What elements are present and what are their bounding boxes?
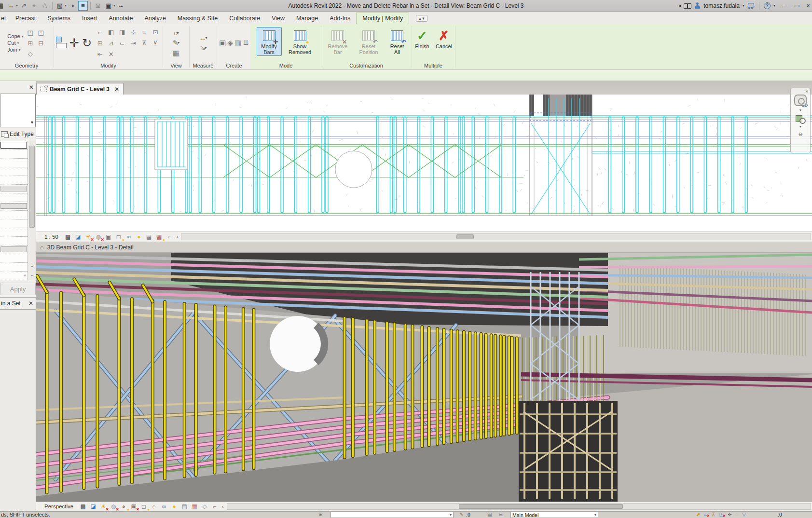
- visual-style-icon[interactable]: ◪: [89, 503, 97, 510]
- finish-button[interactable]: ✓ Finish: [413, 27, 431, 50]
- edit-type-button[interactable]: Edit Type: [1, 129, 34, 139]
- properties-scrollbar[interactable]: ⌃ ⌄: [28, 141, 36, 280]
- locked-3d-icon[interactable]: ◇: [200, 503, 209, 510]
- minimize-button[interactable]: –: [778, 1, 789, 10]
- close-button[interactable]: ×: [805, 1, 811, 10]
- measure-between-icon-dropdown[interactable]: ▾: [205, 46, 206, 50]
- ribbon-tab-insert[interactable]: Insert: [76, 13, 103, 24]
- ribbon-tab-collaborate[interactable]: Collaborate: [223, 13, 266, 24]
- property-row[interactable]: [0, 254, 28, 263]
- visual-style-icon[interactable]: ◪: [74, 233, 83, 241]
- property-row[interactable]: [0, 263, 28, 272]
- property-row[interactable]: [0, 150, 28, 159]
- reveal-constraints-icon[interactable]: ⌐: [165, 233, 174, 241]
- username[interactable]: tomasz.fudala: [703, 2, 740, 9]
- wall-joins-icon[interactable]: ⊞: [26, 38, 35, 48]
- zoom-dropdown-icon[interactable]: ▾: [799, 124, 801, 129]
- cancel-button[interactable]: ✗ Cancel: [434, 27, 454, 50]
- worksets-icon[interactable]: ⊞: [318, 512, 322, 517]
- perspective-button[interactable]: Perspective: [41, 503, 77, 510]
- property-row[interactable]: [0, 159, 28, 167]
- temporary-view-properties-icon[interactable]: ▤: [180, 503, 189, 510]
- offset-icon[interactable]: ≡: [142, 28, 146, 36]
- cart-icon[interactable]: [747, 3, 755, 8]
- detail-view-canvas[interactable]: [36, 95, 812, 232]
- property-row[interactable]: [0, 193, 28, 202]
- view-tab-beam-grid-c[interactable]: Beam Grid C - Level 3 ✕: [36, 83, 124, 95]
- property-row[interactable]: [0, 219, 28, 228]
- property-row[interactable]: [0, 141, 28, 150]
- geometry-cut-button[interactable]: Cut▾: [7, 40, 23, 46]
- create-assembly-icon[interactable]: ◈: [227, 39, 233, 47]
- property-row[interactable]: [0, 185, 28, 193]
- pin-icon[interactable]: ⊼: [142, 40, 147, 47]
- type-selector[interactable]: ▼: [0, 94, 36, 127]
- active-workset-combobox[interactable]: ▾: [330, 512, 454, 518]
- show-removed-button[interactable]: ● Show Removed: [285, 27, 316, 56]
- section-icon[interactable]: ◑: [68, 1, 77, 11]
- view-tab-close-icon[interactable]: ✕: [114, 86, 119, 93]
- shadows-icon[interactable]: ◍✕: [94, 233, 103, 241]
- measure-icon[interactable]: ↗: [19, 1, 28, 11]
- aligned-dimension-icon-dropdown[interactable]: ▾: [16, 3, 18, 8]
- ribbon-tab-manage[interactable]: Manage: [290, 13, 324, 24]
- search-icon[interactable]: [684, 3, 691, 8]
- crop-view-icon[interactable]: ▣✕: [129, 503, 138, 510]
- geometry-cope-button[interactable]: Cope▾: [7, 33, 23, 39]
- ribbon-tab-el[interactable]: el: [0, 13, 10, 24]
- thin-lines-icon[interactable]: ≡: [78, 1, 88, 11]
- help-icon[interactable]: ?: [764, 2, 771, 9]
- align2-icon[interactable]: ⇥: [131, 40, 136, 47]
- detail-level-icon[interactable]: ▩: [79, 503, 87, 510]
- mirror-pick-axis-icon[interactable]: ◧: [108, 28, 114, 36]
- reset-all-button[interactable]: ↶ Reset All: [386, 27, 408, 56]
- drag-on-selection-icon[interactable]: ✛: [728, 512, 731, 517]
- properties-close-icon[interactable]: ✕: [29, 84, 34, 91]
- temporary-hide-icon[interactable]: ∞: [160, 503, 168, 510]
- detail-horizontal-scrollbar[interactable]: [181, 233, 811, 240]
- ribbon-tab-annotate[interactable]: Annotate: [103, 13, 138, 24]
- design-options-pick-icon[interactable]: ⊟: [498, 512, 502, 517]
- mirror-draw-axis-icon[interactable]: ◨: [119, 28, 125, 36]
- create-parts-icon[interactable]: ▣: [219, 39, 226, 47]
- sun-path-icon[interactable]: ☀✕: [99, 503, 108, 510]
- modify-partial-icon[interactable]: ▤: [0, 1, 5, 11]
- ribbon-tab-modify-modify[interactable]: Modify | Modify: [356, 13, 409, 24]
- hide-analytical-icon[interactable]: ▦: [190, 503, 199, 510]
- text-icon[interactable]: A: [40, 1, 50, 11]
- geometry-join-button[interactable]: Join▾: [7, 47, 23, 53]
- tag-by-category-icon[interactable]: ⌖: [29, 1, 39, 11]
- move-icon[interactable]: ✛: [69, 37, 79, 49]
- modify-bars-button[interactable]: ✛ Modify Bars: [257, 27, 282, 56]
- design-option-combobox[interactable]: Main Model▾: [510, 512, 598, 518]
- align-icon[interactable]: ⌐: [98, 28, 102, 36]
- ribbon-tab-systems[interactable]: Systems: [41, 13, 76, 24]
- ribbon-tab-analyze[interactable]: Analyze: [138, 13, 171, 24]
- property-row[interactable]: [0, 176, 28, 185]
- select-pinned-icon[interactable]: ⊼: [712, 512, 715, 517]
- crop-view-icon[interactable]: ▣: [104, 233, 113, 241]
- join-geometry-icon[interactable]: ◳: [36, 27, 46, 37]
- switch-windows-icon-dropdown[interactable]: ▾: [113, 3, 115, 8]
- 3d-horizontal-scrollbar[interactable]: [227, 503, 811, 510]
- property-row[interactable]: [0, 245, 28, 254]
- select-links-icon[interactable]: ⬈: [696, 512, 700, 517]
- user-dropdown-icon[interactable]: ▾: [743, 3, 744, 8]
- trim-extend-icon[interactable]: ⌙: [120, 40, 125, 47]
- close-inactive-windows-icon[interactable]: ⊠: [93, 1, 103, 11]
- property-row[interactable]: [0, 202, 28, 211]
- 3d-view-title-bar[interactable]: ⌂ 3D Beam Grid C - Level 3 - Detail: [36, 242, 812, 253]
- ribbon-tab-add-ins[interactable]: Add-Ins: [324, 13, 356, 24]
- ribbon-display-toggle[interactable]: ▴ ▾: [416, 15, 427, 22]
- switch-windows-icon[interactable]: ▣: [104, 1, 113, 11]
- unpin-icon[interactable]: ⊻: [153, 40, 158, 47]
- default-3d-view-icon-dropdown[interactable]: ▾: [65, 3, 67, 8]
- expand-control-bar-icon[interactable]: ‹: [177, 234, 179, 240]
- filter-icon[interactable]: ▽: [742, 512, 746, 517]
- apply-button[interactable]: Apply: [0, 283, 36, 295]
- array-icon[interactable]: ⊞: [97, 40, 103, 47]
- customize-qat-icon[interactable]: ≂: [116, 1, 126, 11]
- property-row[interactable]: [0, 237, 28, 245]
- split-icon[interactable]: ⊹: [131, 28, 136, 36]
- aligned-dimension-icon-dropdown[interactable]: ▾: [205, 36, 207, 40]
